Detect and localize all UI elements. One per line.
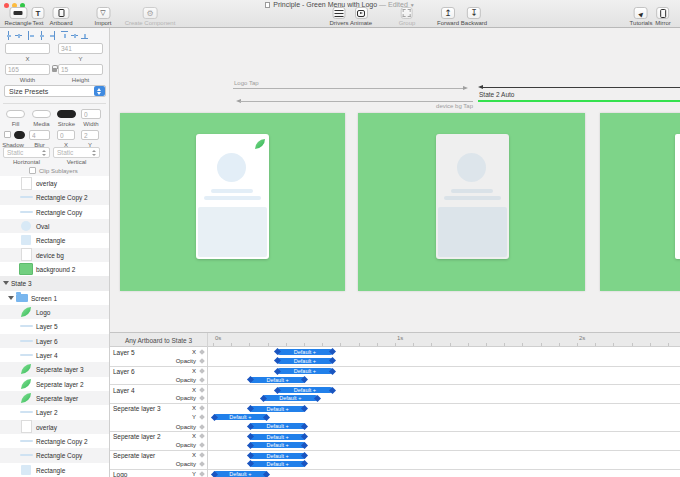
toolbar-artboard-button[interactable]: Artboard [49, 7, 72, 26]
vertical-scroll-dropdown[interactable]: Static [53, 147, 100, 158]
keyframe-icon[interactable] [199, 414, 205, 420]
animation-bar[interactable]: Default + [213, 414, 268, 420]
layer-row-logo[interactable]: Logo [0, 305, 109, 319]
keyframe-icon[interactable] [199, 424, 205, 430]
stroke-width-field[interactable] [81, 109, 101, 119]
fill-color-swatch[interactable] [6, 110, 25, 118]
disclosure-triangle-icon[interactable] [8, 296, 14, 300]
height-field[interactable] [58, 64, 103, 75]
keyframe-diamond-icon[interactable] [263, 471, 270, 477]
transition-arrow-logo-tap[interactable] [233, 88, 466, 89]
layer-row-overlay[interactable]: overlay [0, 176, 109, 190]
align-center-icon[interactable] [38, 31, 45, 40]
toolbar-text-button[interactable]: Text [32, 7, 45, 26]
animation-bar[interactable]: Default + [262, 395, 318, 401]
transition-arrow-device-bg-tap[interactable] [240, 101, 473, 102]
toolbar-mirror-button[interactable]: Mirror [655, 7, 671, 26]
animation-bar[interactable]: Default + [249, 406, 305, 412]
animation-bar[interactable]: Default + [249, 377, 305, 383]
keyframe-icon[interactable] [199, 349, 205, 355]
menu-card[interactable] [436, 134, 509, 259]
animation-bar[interactable]: Default + [277, 387, 333, 393]
animation-bar[interactable]: Default + [249, 423, 305, 429]
layer-row-layer-4[interactable]: Layer 4 [0, 348, 109, 362]
keyframe-icon[interactable] [199, 461, 205, 467]
layer-row-seperate-layer-3[interactable]: Seperate layer 3 [0, 362, 109, 376]
keyframe-icon[interactable] [199, 471, 205, 477]
keyframe-diamond-icon[interactable] [263, 414, 270, 421]
align-bottom-icon[interactable] [81, 31, 88, 40]
layer-row-rectangle-copy[interactable]: Rectangle Copy [0, 205, 109, 219]
layer-row-rectangle[interactable]: Rectangle [0, 233, 109, 247]
layer-row-screen-1[interactable]: Screen 1 [0, 291, 109, 305]
shadow-color-swatch[interactable] [14, 131, 25, 139]
animation-bar[interactable]: Default + [249, 461, 305, 467]
layer-row-rectangle-copy[interactable]: Rectangle Copy [0, 448, 109, 462]
size-presets-dropdown[interactable]: Size Presets [4, 85, 106, 97]
artboard-3[interactable] [600, 113, 680, 291]
layer-row-layer-6[interactable]: Layer 6 [0, 334, 109, 348]
artboard-1[interactable] [120, 113, 345, 291]
layer-row-layer-5[interactable]: Layer 5 [0, 319, 109, 333]
keyframe-icon[interactable] [199, 387, 205, 393]
stroke-color-swatch[interactable] [57, 110, 76, 118]
align-top-icon[interactable] [61, 31, 68, 40]
artboard-2[interactable] [358, 113, 585, 291]
toolbar-forward-button[interactable]: Forward [437, 7, 459, 26]
keyframe-icon[interactable] [199, 442, 205, 448]
align-middle-icon[interactable] [71, 31, 78, 40]
keyframe-icon[interactable] [199, 377, 205, 383]
keyframe-icon[interactable] [199, 358, 205, 364]
layer-row-seperate-layer[interactable]: Seperate layer [0, 391, 109, 405]
toolbar-create-component-button[interactable]: Create Component [125, 7, 176, 26]
y-position-field[interactable] [58, 43, 103, 54]
layer-row-layer-2[interactable]: Layer 2 [0, 405, 109, 419]
toolbar-import-button[interactable]: Import [94, 7, 111, 26]
toolbar-rectangle-button[interactable]: Rectangle [4, 7, 31, 26]
shadow-x-field[interactable] [57, 130, 75, 140]
canvas[interactable]: Logo Tap device bg Tap State 2 Auto [110, 28, 680, 332]
shadow-blur-field[interactable] [29, 130, 50, 140]
shadow-y-field[interactable] [81, 130, 99, 140]
layer-row-device-bg[interactable]: device bg [0, 248, 109, 262]
media-swatch[interactable] [32, 110, 51, 118]
keyframe-icon[interactable] [199, 452, 205, 458]
keyframe-icon[interactable] [199, 368, 205, 374]
x-position-field[interactable] [5, 43, 50, 54]
animation-bar[interactable]: Default + [249, 453, 305, 459]
animation-bar[interactable]: Default + [277, 349, 333, 355]
toolbar-drivers-button[interactable]: Drivers [330, 7, 349, 26]
toolbar-backward-button[interactable]: Backward [461, 7, 487, 26]
layer-row-oval[interactable]: Oval [0, 219, 109, 233]
animation-bar[interactable]: Default + [277, 358, 333, 364]
align-left-icon[interactable] [28, 31, 35, 40]
layer-row-state-3[interactable]: State 3 [0, 276, 109, 290]
horizontal-scroll-dropdown[interactable]: Static [3, 147, 50, 158]
layer-row-rectangle-copy-2[interactable]: Rectangle Copy 2 [0, 190, 109, 204]
layer-row-background-2[interactable]: background 2 [0, 262, 109, 276]
toolbar-animate-button[interactable]: Animate [350, 7, 372, 26]
menu-card[interactable] [196, 134, 269, 259]
keyframe-icon[interactable] [199, 396, 205, 402]
transition-arrow-state2-auto[interactable] [483, 87, 680, 88]
animation-bar[interactable]: Default + [249, 434, 305, 440]
timeline-transition-title[interactable]: Any Artboard to State 3 [110, 333, 207, 347]
animation-bar[interactable]: Default + [277, 368, 333, 374]
keyframe-icon[interactable] [199, 405, 205, 411]
distribute-horizontal-icon[interactable] [5, 31, 12, 40]
disclosure-triangle-icon[interactable] [3, 281, 9, 285]
lock-aspect-icon[interactable] [52, 68, 57, 72]
animation-bar[interactable]: Default + [213, 471, 268, 477]
width-field[interactable] [5, 64, 50, 75]
align-right-icon[interactable] [48, 31, 55, 40]
layer-row-overlay[interactable]: overlay [0, 420, 109, 434]
toolbar-tutorials-button[interactable]: Tutorials [630, 7, 653, 26]
layer-row-seperate-layer-2[interactable]: Seperate layer 2 [0, 377, 109, 391]
toolbar-group-button[interactable]: Group [399, 7, 416, 26]
leaf-logo-icon[interactable] [255, 139, 265, 149]
layer-row-rectangle[interactable]: Rectangle [0, 463, 109, 477]
distribute-vertical-icon[interactable] [15, 31, 22, 40]
shadow-checkbox[interactable] [4, 131, 11, 138]
keyframe-diamond-icon[interactable] [301, 442, 308, 449]
layer-row-rectangle-copy-2[interactable]: Rectangle Copy 2 [0, 434, 109, 448]
